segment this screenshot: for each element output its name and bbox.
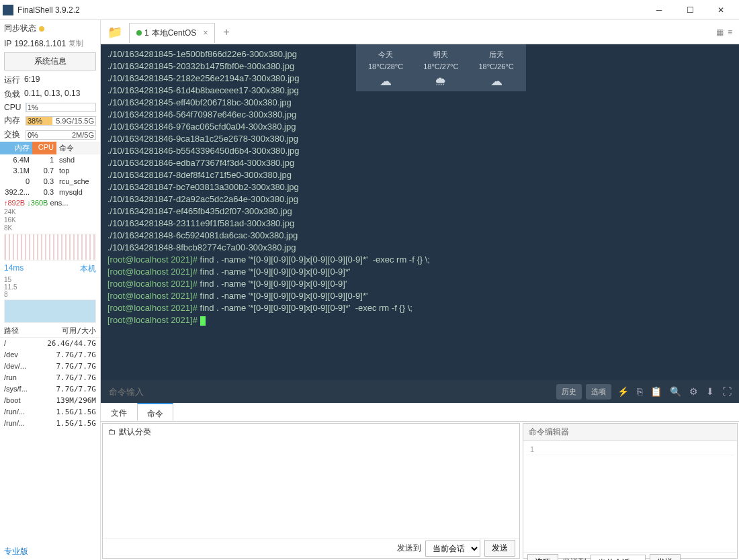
tab-command[interactable]: 命令: [137, 403, 173, 421]
net-up: ↑892B: [4, 199, 25, 207]
disk-col-size[interactable]: 可用/大小: [35, 326, 96, 336]
send-to-label: 发送到: [562, 557, 586, 560]
terminal-line: ./10/1634281846-976ac065cfd0a04-300x380.…: [107, 121, 732, 133]
content: 📁 1 本地CentOS × + ▦ ≡ 今天18°C/28°C☁ 明天18°C…: [101, 20, 739, 560]
copy-ip-button[interactable]: 复制: [69, 38, 83, 48]
close-tab-icon[interactable]: ×: [203, 28, 208, 38]
latency-value: 14ms: [4, 263, 24, 275]
send-button[interactable]: 发送: [650, 554, 681, 560]
system-info-button[interactable]: 系统信息: [4, 52, 96, 71]
proc-col-mem[interactable]: 内存: [0, 142, 32, 154]
folder-icon: 🗀: [108, 427, 116, 436]
download-icon[interactable]: ⬇: [704, 386, 716, 397]
table-row[interactable]: /run/...1.5G/1.5G: [0, 418, 100, 429]
terminal-line: ./10/1634281846-9ca18a1c25e2678-300x380.…: [107, 133, 732, 145]
table-row[interactable]: /sys/f...7.7G/7.7G: [0, 383, 100, 395]
terminal-line: ./10/1634281848-6c5924081da6cac-300x380.…: [107, 230, 732, 242]
terminal[interactable]: 今天18°C/28°C☁ 明天18°C/27°C🌧 后天18°C/26°C☁ .…: [101, 44, 739, 380]
net-scale: 24K16K8K: [0, 208, 100, 232]
tab-number: 1: [144, 28, 149, 38]
history-button[interactable]: 历史: [556, 384, 582, 400]
terminal-line: ./10/1634281848-8fbcb82774c7a00-300x380.…: [107, 242, 732, 254]
sync-status: 同步状态: [0, 20, 100, 37]
terminal-line: ./10/1634281848-23111e9f1f581ad-300x380.…: [107, 218, 732, 230]
terminal-prompt-line: [root@localhost 2021]# find . -name '*[0…: [107, 254, 732, 266]
options-button[interactable]: 选项: [527, 554, 558, 560]
terminal-line: ./10/1634281847-d2a92ac5dc2a64e-300x380.…: [107, 193, 732, 205]
search-icon[interactable]: 🔍: [668, 386, 683, 397]
table-row[interactable]: /26.4G/44.7G: [0, 338, 100, 349]
terminal-line: ./10/1634281845-eff40bf206718bc-300x380.…: [107, 97, 732, 109]
bolt-icon[interactable]: ⚡: [615, 386, 631, 397]
cloud-icon: ☁: [368, 75, 403, 87]
uptime-value: 6:19: [24, 75, 96, 86]
process-table: 内存 CPU 命令 6.4M1sshd3.1M0.7top00.3rcu_sch…: [0, 142, 100, 197]
tab-label: 本地CentOS: [152, 28, 197, 39]
command-editor[interactable]: 1: [523, 441, 737, 458]
load-label: 负载: [4, 89, 24, 100]
table-row[interactable]: 3.1M0.7top: [0, 165, 100, 176]
minimize-button[interactable]: ─: [644, 0, 675, 20]
cloud-icon: ☁: [478, 75, 513, 87]
send-button[interactable]: 发送: [484, 540, 515, 557]
net-interface: ens...: [50, 199, 69, 207]
sync-label: 同步状态: [4, 23, 36, 34]
table-row[interactable]: /dev7.7G/7.7G: [0, 349, 100, 361]
proc-col-cpu[interactable]: CPU: [32, 142, 56, 154]
table-row[interactable]: /run7.7G/7.7G: [0, 372, 100, 383]
cpu-meter: CPU 1%: [0, 101, 100, 113]
status-dot-icon: [39, 26, 44, 32]
close-button[interactable]: ✕: [705, 0, 736, 20]
rain-icon: 🌧: [423, 75, 458, 87]
maximize-button[interactable]: ☐: [675, 0, 705, 20]
table-row[interactable]: /dev/...7.7G/7.7G: [0, 361, 100, 372]
net-stats: ↑892B ↓360B ens...: [0, 197, 100, 208]
weather-overlay: 今天18°C/28°C☁ 明天18°C/27°C🌧 后天18°C/26°C☁: [356, 44, 526, 91]
send-to-label: 发送到: [397, 543, 421, 554]
load-value: 0.11, 0.13, 0.13: [24, 89, 96, 100]
table-row[interactable]: 6.4M1sshd: [0, 154, 100, 165]
local-label[interactable]: 本机: [80, 263, 96, 275]
pro-link[interactable]: 专业版: [0, 543, 100, 560]
table-row[interactable]: 00.3rcu_sche: [0, 176, 100, 187]
paste-icon[interactable]: 📋: [648, 386, 664, 397]
tab-centos[interactable]: 1 本地CentOS ×: [129, 23, 215, 43]
bottom-panel: 🗀默认分类 发送到 当前会话 发送 命令编辑器 1 选项 发送到: [101, 422, 739, 560]
net-down: ↓360B: [27, 199, 48, 207]
disk-table: 路径可用/大小 /26.4G/44.7G/dev7.7G/7.7G/dev/..…: [0, 324, 100, 429]
grid-view-icon[interactable]: ▦: [716, 28, 724, 37]
table-row[interactable]: /run/...1.5G/1.5G: [0, 406, 100, 418]
line-number: 1: [526, 444, 734, 455]
fullscreen-icon[interactable]: ⛶: [720, 386, 734, 397]
table-row[interactable]: 392.2...0.3mysqld: [0, 187, 100, 197]
command-input[interactable]: [106, 384, 552, 400]
options-button[interactable]: 选项: [586, 384, 611, 400]
terminal-prompt-line: [root@localhost 2021]#: [107, 314, 732, 326]
left-footer: 发送到 当前会话 发送: [103, 538, 519, 558]
terminal-line: ./10/1634281847-8def8f41c71f5e0-300x380.…: [107, 169, 732, 181]
window-title: FinalShell 3.9.2.2: [17, 5, 644, 15]
add-tab-button[interactable]: +: [218, 24, 234, 41]
terminal-line: ./10/1634281847-ef465fb435d2f07-300x380.…: [107, 205, 732, 218]
weather-tomorrow: 明天18°C/27°C🌧: [423, 48, 458, 87]
tab-file[interactable]: 文件: [101, 403, 137, 421]
copy-icon[interactable]: ⎘: [635, 386, 644, 397]
right-footer: 选项 发送到 当前会话 发送: [523, 552, 737, 560]
app-icon: [3, 5, 13, 15]
gear-icon[interactable]: ⚙: [687, 386, 700, 397]
folder-icon[interactable]: 📁: [103, 25, 126, 40]
terminal-line: ./10/1634281846-b5543396450d6b4-300x380.…: [107, 145, 732, 157]
command-input-row: 历史 选项 ⚡ ⎘ 📋 🔍 ⚙ ⬇ ⛶: [101, 380, 739, 403]
terminal-line: ./10/1634281846-564f70987e646ec-300x380.…: [107, 109, 732, 121]
list-view-icon[interactable]: ≡: [728, 28, 732, 37]
session-select[interactable]: 当前会话: [425, 541, 480, 557]
proc-col-cmd[interactable]: 命令: [56, 142, 100, 154]
default-category[interactable]: 🗀默认分类: [103, 424, 519, 440]
command-categories: 🗀默认分类 发送到 当前会话 发送: [102, 423, 520, 559]
command-editor-panel: 命令编辑器 1 选项 发送到 当前会话 发送: [523, 423, 738, 559]
disk-col-path[interactable]: 路径: [4, 326, 35, 336]
session-select[interactable]: 当前会话: [591, 555, 646, 561]
terminal-line: ./10/1634281847-bc7e03813a300b2-300x380.…: [107, 181, 732, 193]
table-row[interactable]: /boot139M/296M: [0, 395, 100, 406]
mem-meter: 内存 38%5.9G/15.5G: [0, 113, 100, 128]
